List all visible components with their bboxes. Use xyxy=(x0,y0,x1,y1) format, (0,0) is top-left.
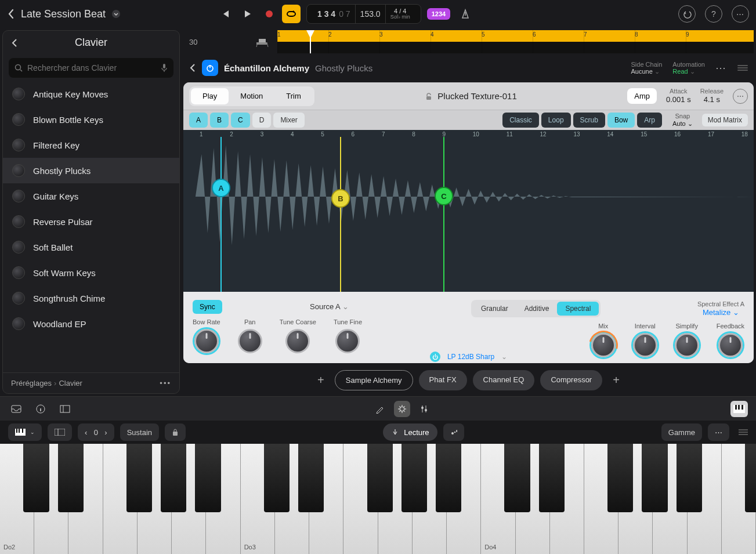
white-key[interactable]: Do2 xyxy=(0,444,34,554)
timeline-ruler[interactable]: 123456789 xyxy=(277,30,754,53)
back-chevron-icon[interactable] xyxy=(7,9,15,19)
source-tab-d[interactable]: D xyxy=(252,113,272,128)
mixer-icon[interactable] xyxy=(416,401,432,417)
more-button[interactable]: ⋯ xyxy=(732,5,749,23)
preset-item[interactable]: Filtered Key xyxy=(3,132,179,158)
marker-b[interactable]: B xyxy=(340,137,341,292)
white-key[interactable] xyxy=(516,444,550,554)
lock-icon[interactable] xyxy=(425,92,433,100)
marker-a[interactable]: A xyxy=(220,137,222,292)
amp-button[interactable]: Amp xyxy=(627,88,657,104)
knob-tune-coarse[interactable]: Tune Coarse xyxy=(280,318,316,353)
plugin-power-button[interactable] xyxy=(202,60,218,76)
sidebar-back-icon[interactable] xyxy=(11,38,18,48)
sidebar-more-icon[interactable]: ••• xyxy=(160,379,171,388)
info-icon[interactable] xyxy=(32,401,49,417)
track-instrument-icon[interactable] xyxy=(254,35,272,48)
search-input[interactable] xyxy=(27,63,156,73)
source-tab-a[interactable]: A xyxy=(189,113,208,128)
source-tab-b[interactable]: B xyxy=(210,113,229,128)
source-tab-mixer[interactable]: Mixer xyxy=(273,113,304,128)
help-button[interactable]: ? xyxy=(705,5,722,23)
lcd-display[interactable]: 1 3 40 7 153.0 4 / 4Sol♭ min xyxy=(306,4,421,24)
knob-pan[interactable]: Pan xyxy=(238,318,262,353)
smart-controls-icon[interactable] xyxy=(394,401,410,417)
synth-mode-additive[interactable]: Additive xyxy=(516,302,558,316)
fx-add-before-icon[interactable]: + xyxy=(313,374,329,387)
plugin-more-icon[interactable]: ⋯ xyxy=(715,61,727,74)
mode-arp[interactable]: Arp xyxy=(637,113,662,128)
white-key[interactable] xyxy=(172,444,206,554)
sample-name[interactable]: Plucked Texture-011 xyxy=(437,91,516,101)
white-key[interactable] xyxy=(378,444,413,554)
white-key[interactable] xyxy=(206,444,240,554)
inbox-icon[interactable] xyxy=(8,401,24,417)
synthesis-mode-segmented[interactable]: GranularAdditiveSpectral xyxy=(471,300,601,317)
lcd-key[interactable]: Sol♭ min xyxy=(390,15,410,20)
playhead[interactable] xyxy=(310,30,311,53)
fx-tab-compressor[interactable]: Compressor xyxy=(540,370,602,390)
waveform-view[interactable]: 123456789101112131415161718 A B C xyxy=(183,130,754,292)
preset-item[interactable]: Soft Warm Keys xyxy=(3,260,179,285)
sync-button[interactable]: Sync xyxy=(193,300,222,314)
scale-button[interactable]: Gamme xyxy=(661,423,702,441)
undo-button[interactable] xyxy=(678,5,696,23)
white-key[interactable] xyxy=(309,444,343,554)
white-key[interactable] xyxy=(68,444,103,554)
attack-control[interactable]: Attack0.001 s xyxy=(666,88,691,104)
fx-add-after-icon[interactable]: + xyxy=(608,374,624,387)
mic-icon[interactable] xyxy=(161,63,168,73)
fx-tab-phat-fx[interactable]: Phat FX xyxy=(419,370,467,390)
white-key[interactable] xyxy=(618,444,653,554)
arpeggiator-icon[interactable] xyxy=(443,423,464,441)
mode-bow[interactable]: Bow xyxy=(607,113,635,128)
piano-keyboard[interactable]: Do2Do3Do4 xyxy=(0,444,756,554)
white-key[interactable] xyxy=(138,444,172,554)
count-in-button[interactable]: 1234 xyxy=(427,8,450,20)
keyboard-more-icon[interactable]: ⋯ xyxy=(708,423,729,441)
white-key[interactable] xyxy=(688,444,722,554)
marker-c[interactable]: C xyxy=(443,137,444,292)
white-key[interactable] xyxy=(722,444,756,554)
view-tab-motion[interactable]: Motion xyxy=(229,88,274,104)
preset-item[interactable]: Ghostly Plucks xyxy=(3,158,179,183)
view-tab-trim[interactable]: Trim xyxy=(274,88,313,104)
mod-matrix-button[interactable]: Mod Matrix xyxy=(702,114,748,126)
white-key[interactable] xyxy=(34,444,68,554)
white-key[interactable] xyxy=(653,444,687,554)
release-control[interactable]: Release4.1 s xyxy=(700,88,724,104)
white-key[interactable] xyxy=(584,444,618,554)
metronome-button[interactable] xyxy=(456,5,475,23)
white-key[interactable] xyxy=(413,444,447,554)
breadcrumb-leaf[interactable]: Clavier xyxy=(59,379,82,388)
go-to-start-button[interactable] xyxy=(216,5,234,23)
plugin-drag-handle[interactable] xyxy=(737,65,748,71)
octave-up-icon[interactable]: › xyxy=(104,428,107,437)
fx-tab-channel-eq[interactable]: Channel EQ xyxy=(473,370,535,390)
panel-layout-icon[interactable] xyxy=(57,401,73,417)
automation-control[interactable]: AutomationRead ⌄ xyxy=(672,61,705,75)
white-key[interactable] xyxy=(343,444,378,554)
knob-bow-rate[interactable]: Bow Rate xyxy=(193,318,220,353)
white-key[interactable] xyxy=(550,444,584,554)
white-key[interactable]: Do3 xyxy=(241,444,275,554)
lock-button[interactable] xyxy=(165,423,186,441)
preset-item[interactable]: Soft Ballet xyxy=(3,234,179,260)
preset-item[interactable]: Songthrush Chime xyxy=(3,285,179,311)
snap-control[interactable]: SnapAuto ⌄ xyxy=(672,113,693,128)
synth-mode-granular[interactable]: Granular xyxy=(473,302,516,316)
octave-control[interactable]: ‹ 0 › xyxy=(78,423,114,441)
octave-down-icon[interactable]: ‹ xyxy=(85,428,87,437)
preset-item[interactable]: Guitar Keys xyxy=(3,183,179,209)
plugin-preset-name[interactable]: Ghostly Plucks xyxy=(315,63,372,73)
white-key[interactable] xyxy=(103,444,138,554)
split-view-icon[interactable] xyxy=(48,423,72,441)
filter-power-button[interactable]: ⏻ xyxy=(430,352,440,362)
preset-item[interactable]: Reverse Pulsar xyxy=(3,209,179,234)
source-label[interactable]: Source A ⌄ xyxy=(230,302,428,311)
lcd-tempo[interactable]: 153.0 xyxy=(356,5,386,23)
plugin-back-icon[interactable] xyxy=(189,63,196,73)
mode-loop[interactable]: Loop xyxy=(541,113,571,128)
record-button[interactable] xyxy=(260,5,278,23)
plugin-settings-icon[interactable]: ⋯ xyxy=(733,89,748,104)
